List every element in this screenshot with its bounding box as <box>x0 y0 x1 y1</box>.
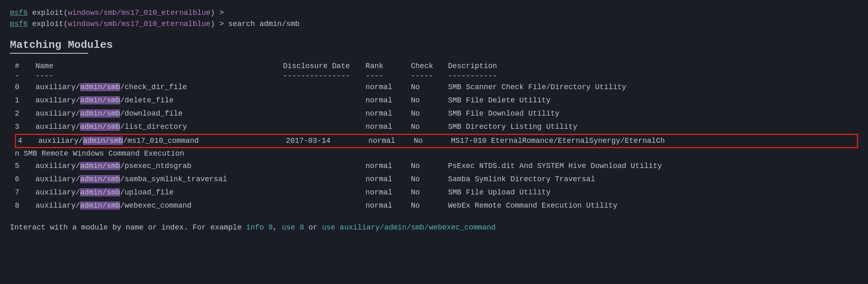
row-check-2: No <box>411 108 448 120</box>
row-check-0: No <box>411 82 448 93</box>
section-underline <box>10 53 88 54</box>
msf6-label-2: msf6 <box>10 20 28 28</box>
section-title: Matching Modules <box>10 39 858 51</box>
row-check-1: No <box>411 95 448 106</box>
footer-line: Interact with a module by name or index.… <box>10 222 858 234</box>
row-desc-1: SMB File Delete Utility <box>448 95 858 106</box>
row-desc-5: PsExec NTDS.dit And SYSTEM Hive Download… <box>448 161 858 172</box>
prompt-close-2: ) > search admin/smb <box>210 20 300 28</box>
row-desc-3: SMB Directory Listing Utility <box>448 121 858 133</box>
footer-link-2[interactable]: use 8 <box>282 223 304 232</box>
col-header-desc: Description <box>448 62 858 70</box>
row-date-1 <box>283 95 366 106</box>
table-row: 3 auxiliary/admin/smb/list_directory nor… <box>15 121 858 134</box>
col-header-date: Disclosure Date <box>283 62 366 70</box>
prompt-exploit-1: exploit( <box>28 9 68 17</box>
row-rank-5: normal <box>366 161 411 172</box>
row-num-3: 3 <box>15 121 35 133</box>
col-header-rank: Rank <box>366 62 411 70</box>
row-check-3: No <box>411 121 448 133</box>
row-name-0: auxiliary/admin/smb/check_dir_file <box>35 82 283 93</box>
table-row: 2 auxiliary/admin/smb/download_file norm… <box>15 107 858 121</box>
row-date-6 <box>283 174 366 185</box>
table-row-highlighted: 4 auxiliary/admin/smb/ms17_010_command 2… <box>15 134 858 149</box>
table-row: 6 auxiliary/admin/smb/samba_symlink_trav… <box>15 173 858 186</box>
footer-text-1: Interact with a module by name or index.… <box>10 223 246 232</box>
col-header-check: Check <box>411 62 448 70</box>
row-desc-8: WebEx Remote Command Execution Utility <box>448 200 858 212</box>
row-date-5 <box>283 161 366 172</box>
row-rank-7: normal <box>366 187 411 199</box>
row-desc-2: SMB File Download Utility <box>448 108 858 120</box>
row-num-0: 0 <box>15 82 35 93</box>
div-check: ----- <box>411 72 448 80</box>
row-desc-4: MS17-010 EternalRomance/EternalSynergy/E… <box>451 135 855 147</box>
row-check-8: No <box>411 200 448 212</box>
row-check-6: No <box>411 174 448 185</box>
row-name-7: auxiliary/admin/smb/upload_file <box>35 187 283 199</box>
row-num-7: 7 <box>15 187 35 199</box>
row-date-0 <box>283 82 366 93</box>
prompt-line-1: msf6 exploit(windows/smb/ms17_010_eterna… <box>10 7 858 19</box>
row-num-1: 1 <box>15 95 35 106</box>
row-rank-8: normal <box>366 200 411 212</box>
table-row: 0 auxiliary/admin/smb/check_dir_file nor… <box>15 81 858 94</box>
row-num-5: 5 <box>15 161 35 172</box>
table-row: 7 auxiliary/admin/smb/upload_file normal… <box>15 186 858 199</box>
row-name-5: auxiliary/admin/smb/psexec_ntdsgrab <box>35 161 283 172</box>
div-date: --------------- <box>283 72 366 80</box>
prompt-line-2: msf6 exploit(windows/smb/ms17_010_eterna… <box>10 19 858 30</box>
row-rank-4: normal <box>368 135 414 147</box>
table-header-row: # Name Disclosure Date Rank Check Descri… <box>15 61 858 71</box>
row-date-2 <box>283 108 366 120</box>
row-name-4: auxiliary/admin/smb/ms17_010_command <box>38 135 286 147</box>
row-date-7 <box>283 187 366 199</box>
row-desc-0: SMB Scanner Check File/Directory Utility <box>448 82 858 93</box>
footer-link-1[interactable]: info 8 <box>246 223 273 232</box>
exploit-path-1: windows/smb/ms17_010_eternalblue <box>68 9 210 17</box>
row-check-5: No <box>411 161 448 172</box>
row-rank-6: normal <box>366 174 411 185</box>
row-num-4: 4 <box>18 135 38 147</box>
row-rank-0: normal <box>366 82 411 93</box>
div-num: - <box>15 72 35 80</box>
row-name-8: auxiliary/admin/smb/webexec_command <box>35 200 283 212</box>
table-row: 8 auxiliary/admin/smb/webexec_command no… <box>15 199 858 213</box>
col-header-num: # <box>15 62 35 70</box>
row-desc-7: SMB File Upload Utility <box>448 187 858 199</box>
row-name-1: auxiliary/admin/smb/delete_file <box>35 95 283 106</box>
footer-text-3: or <box>304 223 322 232</box>
row-num-2: 2 <box>15 108 35 120</box>
div-name: ---- <box>35 72 283 80</box>
row-name-3: auxiliary/admin/smb/list_directory <box>35 121 283 133</box>
results-table: # Name Disclosure Date Rank Check Descri… <box>10 61 858 213</box>
col-header-name: Name <box>35 62 283 70</box>
div-rank: ---- <box>366 72 411 80</box>
row-check-4: No <box>414 135 451 147</box>
div-desc: ----------- <box>448 72 858 80</box>
row-rank-1: normal <box>366 95 411 106</box>
row-name-6: auxiliary/admin/smb/samba_symlink_traver… <box>35 174 283 185</box>
prompt-close-1: ) > <box>210 9 224 17</box>
footer-text-2: , <box>273 223 282 232</box>
msf6-label-1: msf6 <box>10 9 28 17</box>
prompt-exploit-2: exploit( <box>28 20 68 28</box>
footer-link-3[interactable]: use auxiliary/admin/smb/webexec_command <box>322 223 495 232</box>
row-desc-6: Samba Symlink Directory Traversal <box>448 174 858 185</box>
continuation-line: n SMB Remote Windows Command Execution <box>15 148 858 160</box>
row-name-2: auxiliary/admin/smb/download_file <box>35 108 283 120</box>
table-row: 1 auxiliary/admin/smb/delete_file normal… <box>15 94 858 107</box>
row-check-7: No <box>411 187 448 199</box>
table-row: 5 auxiliary/admin/smb/psexec_ntdsgrab no… <box>15 160 858 173</box>
row-date-3 <box>283 121 366 133</box>
row-rank-3: normal <box>366 121 411 133</box>
highlighted-row-wrapper: 4 auxiliary/admin/smb/ms17_010_command 2… <box>15 134 858 149</box>
exploit-path-2: windows/smb/ms17_010_eternalblue <box>68 20 210 28</box>
row-num-6: 6 <box>15 174 35 185</box>
row-date-8 <box>283 200 366 212</box>
table-divider-row: - ---- --------------- ---- ----- ------… <box>15 71 858 81</box>
row-date-4: 2017-03-14 <box>286 135 368 147</box>
row-num-8: 8 <box>15 200 35 212</box>
row-rank-2: normal <box>366 108 411 120</box>
